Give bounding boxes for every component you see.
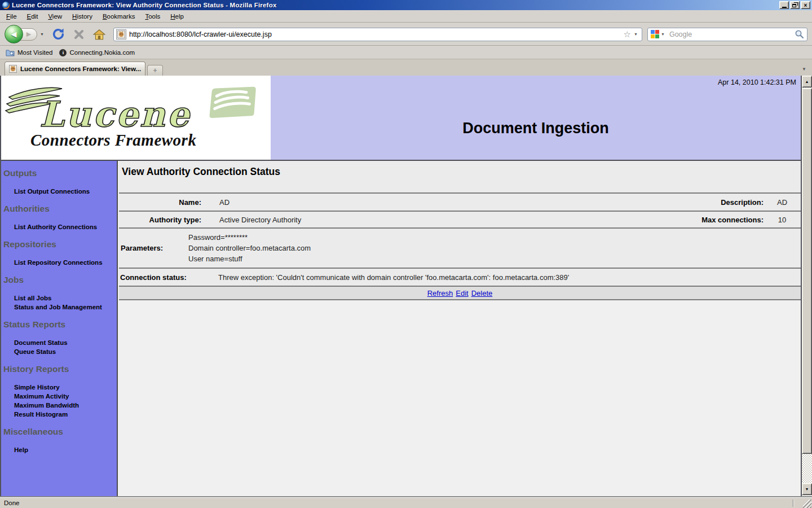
google-yellow-block xyxy=(651,34,655,38)
tab-active[interactable]: Lucene Connectors Framework: View... xyxy=(5,62,145,76)
stop-icon xyxy=(73,29,85,40)
authority-type-label: Authority type: xyxy=(119,216,218,224)
minimize-icon xyxy=(782,7,787,8)
close-icon: × xyxy=(804,2,807,8)
google-green-block xyxy=(655,34,659,38)
bookmark-star-dropdown[interactable]: ▼ xyxy=(632,32,639,36)
scroll-up-button[interactable]: ▲ xyxy=(802,76,812,87)
info-icon: i xyxy=(59,49,67,56)
lcf-logo: Lucene Connectors Framework xyxy=(1,76,271,160)
description-label: Description: xyxy=(634,198,764,207)
search-magnifier-icon[interactable] xyxy=(795,29,804,39)
page-title: View Authority Connection Status xyxy=(119,161,801,192)
menu-tools[interactable]: Tools xyxy=(140,11,165,21)
home-button[interactable] xyxy=(92,27,107,42)
refresh-link[interactable]: Refresh xyxy=(427,289,453,297)
sidebar-item-list-authority-connections[interactable]: List Authority Connections xyxy=(14,222,117,231)
menu-bookmarks[interactable]: Bookmarks xyxy=(98,11,140,21)
minimize-button[interactable] xyxy=(779,1,789,9)
tab-title: Lucene Connectors Framework: View... xyxy=(20,65,141,72)
sidebar-item-simple-history[interactable]: Simple History xyxy=(14,383,117,392)
home-icon xyxy=(92,28,106,41)
table-row-authority-type: Authority type: Active Directory Authori… xyxy=(119,211,801,227)
tab-strip: Lucene Connectors Framework: View... + ▼ xyxy=(0,59,812,76)
bookmark-connecting-nokia[interactable]: i Connecting.Nokia.com xyxy=(57,48,139,58)
window-title: Lucene Connectors Framework: View Author… xyxy=(12,2,776,8)
url-bar: ☆ ▼ xyxy=(113,28,642,41)
parameter-line: Password=******** xyxy=(188,232,801,243)
restore-button[interactable] xyxy=(790,1,800,9)
connection-status-label: Connection status: xyxy=(119,273,218,282)
name-value: AD xyxy=(218,198,634,207)
chevron-down-icon: ▼ xyxy=(661,32,665,36)
star-glyph: ☆ xyxy=(624,29,631,39)
sidebar-item-queue-status[interactable]: Queue Status xyxy=(14,347,117,356)
url-input[interactable] xyxy=(129,30,623,38)
sidebar-item-list-all-jobs[interactable]: List all Jobs xyxy=(14,294,117,303)
folder-icon xyxy=(6,49,15,56)
scroll-down-icon: ▼ xyxy=(805,487,809,491)
menu-history[interactable]: History xyxy=(67,11,98,21)
content-header-band: View Authority Connection Status xyxy=(119,161,801,192)
sidebar-item-list-repository-connections[interactable]: List Repository Connections xyxy=(14,258,117,267)
sidebar-section-status-reports: Status Reports xyxy=(1,315,117,338)
search-input[interactable] xyxy=(669,30,795,38)
bookmark-star-icon[interactable]: ☆ xyxy=(623,30,632,38)
name-label: Name: xyxy=(119,198,218,207)
new-tab-button[interactable]: + xyxy=(147,65,163,76)
sidebar-item-list-output-connections[interactable]: List Output Connections xyxy=(14,187,117,196)
sidebar-item-help[interactable]: Help xyxy=(14,445,117,454)
parameter-line: Domain controller=foo.metacarta.com xyxy=(188,243,801,253)
scroll-up-icon: ▲ xyxy=(805,80,809,84)
menu-view[interactable]: View xyxy=(43,11,67,21)
stop-button[interactable] xyxy=(72,27,86,42)
banner-title: Document Ingestion xyxy=(271,120,801,137)
table-row-parameters: Parameters: Password=******** Domain con… xyxy=(119,227,801,268)
sidebar-item-status-job-management[interactable]: Status and Job Management xyxy=(14,303,117,312)
sidebar-item-maximum-activity[interactable]: Maximum Activity xyxy=(14,392,117,401)
parameters-value: Password=******** Domain controller=foo.… xyxy=(188,229,801,268)
logo-word: Lucene xyxy=(39,94,191,135)
connection-status-table: Name: AD Description: AD Authority type:… xyxy=(119,192,801,300)
menu-file[interactable]: File xyxy=(1,11,22,21)
reload-button[interactable] xyxy=(51,27,66,42)
resize-grip[interactable] xyxy=(803,500,811,508)
sidebar-item-document-status[interactable]: Document Status xyxy=(14,338,117,347)
chevron-down-icon: ▼ xyxy=(802,67,806,72)
sidebar-item-maximum-bandwidth[interactable]: Maximum Bandwidth xyxy=(14,401,117,410)
status-text: Done xyxy=(4,500,20,506)
menu-edit[interactable]: Edit xyxy=(22,11,43,21)
search-box: ▼ xyxy=(647,28,807,41)
sidebar-navigation: Outputs List Output Connections Authorit… xyxy=(1,161,118,497)
statusbar-divider xyxy=(793,500,794,507)
scrollbar-thumb[interactable] xyxy=(802,88,812,454)
max-connections-label: Max connections: xyxy=(634,216,764,224)
bookmark-most-visited[interactable]: Most Visited xyxy=(3,48,57,58)
window-controls: × xyxy=(779,1,810,9)
vertical-scrollbar[interactable]: ▲ ▼ xyxy=(802,76,812,497)
back-button[interactable]: ◀ xyxy=(5,25,23,43)
edit-link[interactable]: Edit xyxy=(456,289,468,297)
google-engine-icon[interactable] xyxy=(651,30,659,38)
close-button[interactable]: × xyxy=(801,1,810,9)
sidebar-section-authorities: Authorities xyxy=(1,199,117,222)
title-bar: Lucene Connectors Framework: View Author… xyxy=(0,0,812,10)
plus-icon: + xyxy=(153,67,157,75)
menu-help[interactable]: Help xyxy=(165,11,189,21)
sidebar-item-result-histogram[interactable]: Result Histogram xyxy=(14,410,117,419)
sidebar-section-history-reports: History Reports xyxy=(1,360,117,383)
table-row-connection-status: Connection status: Threw exception: 'Cou… xyxy=(119,268,801,286)
delete-link[interactable]: Delete xyxy=(471,289,493,297)
search-engine-dropdown[interactable]: ▼ xyxy=(659,32,667,36)
page-favicon-icon xyxy=(116,29,126,40)
sidebar-section-jobs: Jobs xyxy=(1,270,117,294)
bookmark-label: Connecting.Nokia.com xyxy=(69,49,135,56)
navigation-toolbar: ◀ ▶ ▼ ☆ ▼ xyxy=(0,23,812,46)
parameter-line: User name=stuff xyxy=(188,253,801,264)
max-connections-value: 10 xyxy=(764,216,801,224)
tab-list-dropdown[interactable]: ▼ xyxy=(800,65,809,73)
history-dropdown-button[interactable]: ▼ xyxy=(38,31,46,37)
status-bar: Done xyxy=(0,497,812,508)
scroll-down-button[interactable]: ▼ xyxy=(802,483,812,495)
timestamp: Apr 14, 2010 1:42:31 PM xyxy=(718,78,796,86)
